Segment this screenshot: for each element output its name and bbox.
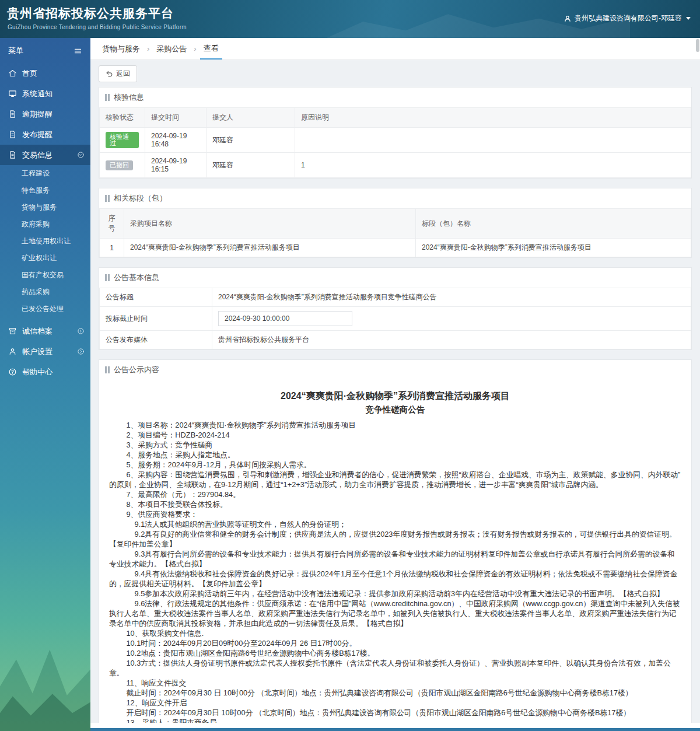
announcement-paragraph: 10.3方式：提供法人身份证明书原件或法定代表人授权委托书原件（含法定代表人身份… <box>109 658 681 678</box>
sidebar-subitem-land-use-rights[interactable]: 土地使用权出让 <box>0 233 90 250</box>
chevron-right-circle-icon <box>77 348 85 355</box>
section-marker-icon <box>105 274 110 281</box>
section-title: 核验信息 <box>114 92 144 103</box>
submitter: 邓廷容 <box>206 128 295 153</box>
menu-title: 菜单 <box>8 46 23 56</box>
sidebar-item-transaction-info[interactable]: 交易信息 <box>0 145 90 165</box>
table-row: 公告发布媒体 贵州省招标投标公共服务平台 <box>100 331 691 349</box>
announcement-paragraph: 2、项目编号：HDZB-2024-214 <box>109 430 681 440</box>
table-row: 公告标题 2024“爽爽贵阳-金秋购物季”系列消费宣推活动服务项目竞争性磋商公告 <box>100 288 691 307</box>
announcement-title-value: 2024“爽爽贵阳-金秋购物季”系列消费宣推活动服务项目竞争性磋商公告 <box>212 288 691 307</box>
announcement-paragraph: 11、响应文件提交 <box>109 678 681 688</box>
back-button[interactable]: 返回 <box>99 65 137 82</box>
chevron-down-circle-icon <box>77 151 85 159</box>
related-lots-section: 相关标段（包） 序号 采购项目名称 标段（包）名称 1 2024“爽爽贵阳-金秋… <box>99 188 692 258</box>
footer-bar <box>90 728 700 731</box>
sidebar-item-overdue-reminder[interactable]: 逾期提醒 <box>0 104 90 124</box>
column-header: 核验状态 <box>100 108 145 128</box>
toolbar: 返回 <box>90 60 700 87</box>
project-name: 2024“爽爽贵阳-金秋购物季”系列消费宣推活动服务项目 <box>124 239 416 257</box>
announcement-paragraph: 开启时间：2024年09月30日 10时00分 （北京时间）地点：贵州弘典建设咨… <box>109 708 681 718</box>
column-header: 采购项目名称 <box>124 209 416 239</box>
announcement-paragraph: 12、响应文件开启 <box>109 698 681 708</box>
sidebar-subitem-published-announcements[interactable]: 已发公告处理 <box>0 300 90 317</box>
announcement-paragraph: 截止时间：2024年09月30 日 10时00分 （北京时间）地点：贵州弘典建设… <box>109 688 681 698</box>
field-label: 公告发布媒体 <box>100 331 212 349</box>
sidebar-item-label: 诚信档案 <box>22 326 52 337</box>
section-marker-icon <box>105 195 110 202</box>
sidebar-item-account-settings[interactable]: 帐户设置 <box>0 341 90 362</box>
basic-info-table: 公告标题 2024“爽爽贵阳-金秋购物季”系列消费宣推活动服务项目竞争性磋商公告… <box>99 288 691 349</box>
breadcrumb-goods-services[interactable]: 货物与服务 <box>99 38 153 60</box>
main-content: 货物与服务 采购公告 查看 返回 核验信息 核验状态 提交时间 提交人 原因说明 <box>90 38 700 731</box>
hamburger-icon[interactable] <box>74 47 82 55</box>
announcement-paragraph: 9.6法律、行政法规规定的其他条件：供应商须承诺：在“信用中国”网站（www.c… <box>109 599 681 628</box>
verification-table: 核验状态 提交时间 提交人 原因说明 核验通过 2024-09-19 16:48… <box>99 107 691 178</box>
sidebar-subitem-mining-rights[interactable]: 矿业权出让 <box>0 250 90 267</box>
sidebar-item-notifications[interactable]: 系统通知 <box>0 83 90 104</box>
section-marker-icon <box>105 94 110 101</box>
lots-table: 序号 采购项目名称 标段（包）名称 1 2024“爽爽贵阳-金秋购物季”系列消费… <box>99 208 691 257</box>
sidebar-subitem-government-procurement[interactable]: 政府采购 <box>0 216 90 233</box>
sidebar-item-label: 帮助中心 <box>22 367 52 377</box>
app-subtitle: GuiZhou Province Tendering and Bidding P… <box>8 24 187 30</box>
sidebar-subitem-engineering[interactable]: 工程建设 <box>0 165 90 182</box>
scrollbar-thumb[interactable] <box>696 39 699 52</box>
basic-info-section: 公告基本信息 公告标题 2024“爽爽贵阳-金秋购物季”系列消费宣推活动服务项目… <box>99 267 692 350</box>
footer-strip <box>90 723 700 728</box>
submit-time: 2024-09-19 16:48 <box>145 128 206 153</box>
announcement-paragraph: 9.3具有履行合同所必需的设备和专业技术能力：提供具有履行合同所必需的设备和专业… <box>109 549 681 569</box>
chevron-right-circle-icon <box>77 327 85 335</box>
table-row: 已撤回 2024-09-19 16:15 邓廷容 1 <box>100 153 691 178</box>
section-title: 相关标段（包） <box>114 193 167 204</box>
verification-section: 核验信息 核验状态 提交时间 提交人 原因说明 核验通过 2024-09-19 … <box>99 87 692 179</box>
sidebar-subitem-goods-services[interactable]: 货物与服务 <box>0 199 90 216</box>
user-icon <box>564 15 572 23</box>
column-header: 提交时间 <box>145 108 206 128</box>
announcement-paragraph: 3、采购方式：竞争性磋商 <box>109 440 681 450</box>
table-row: 投标截止时间 2024-09-30 10:00:00 <box>100 307 691 331</box>
breadcrumb-view[interactable]: 查看 <box>200 38 222 60</box>
document-subtitle: 竞争性磋商公告 <box>109 403 681 416</box>
table-row: 核验通过 2024-09-19 16:48 邓廷容 <box>100 128 691 153</box>
user-menu[interactable]: 贵州弘典建设咨询有限公司-邓廷容 <box>564 13 691 23</box>
sidebar-subitem-state-property[interactable]: 国有产权交易 <box>0 267 90 284</box>
section-title: 公告基本信息 <box>114 272 159 283</box>
column-header: 提交人 <box>206 108 295 128</box>
announcement-paragraph: 7、最高限价（元）：297904.84。 <box>109 489 681 499</box>
home-icon <box>8 69 17 78</box>
lot-name: 2024“爽爽贵阳-金秋购物季”系列消费宣推活动服务项目 <box>416 239 691 257</box>
field-label: 投标截止时间 <box>100 307 212 331</box>
monitor-icon <box>8 89 17 98</box>
sidebar-item-label: 逾期提醒 <box>22 109 52 120</box>
announcement-paragraph: 10、获取采购文件信息. <box>109 628 681 638</box>
app-title: 贵州省招标投标公共服务平台 <box>7 5 174 22</box>
lot-number: 1 <box>100 239 124 257</box>
status-badge: 已撤回 <box>106 160 133 170</box>
file-icon <box>8 151 17 159</box>
announcement-paragraph: 10.1时间：2024年09月20日09时00分至2024年09月 26 日17… <box>109 638 681 648</box>
section-marker-icon <box>105 366 110 373</box>
reason: 1 <box>295 153 691 178</box>
sidebar-item-publish-reminder[interactable]: 发布提醒 <box>0 124 90 145</box>
archive-icon <box>8 327 17 335</box>
publish-media-value: 贵州省招标投标公共服务平台 <box>212 331 691 349</box>
sidebar-subitem-special-services[interactable]: 特色服务 <box>0 182 90 199</box>
bid-deadline-value: 2024-09-30 10:00:00 <box>218 311 352 326</box>
announcement-paragraph: 4、服务地点：采购人指定地点。 <box>109 450 681 460</box>
reason <box>295 128 691 153</box>
sidebar-item-help-center[interactable]: 帮助中心 <box>0 362 90 382</box>
sidebar-item-label: 首页 <box>22 68 37 79</box>
section-title: 公告公示内容 <box>114 365 159 375</box>
column-header: 原因说明 <box>295 108 691 128</box>
submitter: 邓廷容 <box>206 153 295 178</box>
announcement-paragraph: 9.1法人或其他组织的营业执照等证明文件，自然人的身份证明； <box>109 519 681 529</box>
sidebar-item-label: 发布提醒 <box>22 130 52 140</box>
sidebar-item-credit-archive[interactable]: 诚信档案 <box>0 321 90 341</box>
breadcrumb-procurement-announcement[interactable]: 采购公告 <box>153 38 200 60</box>
announcement-paragraph: 9、供应商资格要求： <box>109 509 681 519</box>
sidebar-subitem-drug-procurement[interactable]: 药品采购 <box>0 284 90 300</box>
sidebar-item-home[interactable]: 首页 <box>0 63 90 83</box>
user-icon <box>8 347 17 356</box>
column-header: 标段（包）名称 <box>416 209 691 239</box>
